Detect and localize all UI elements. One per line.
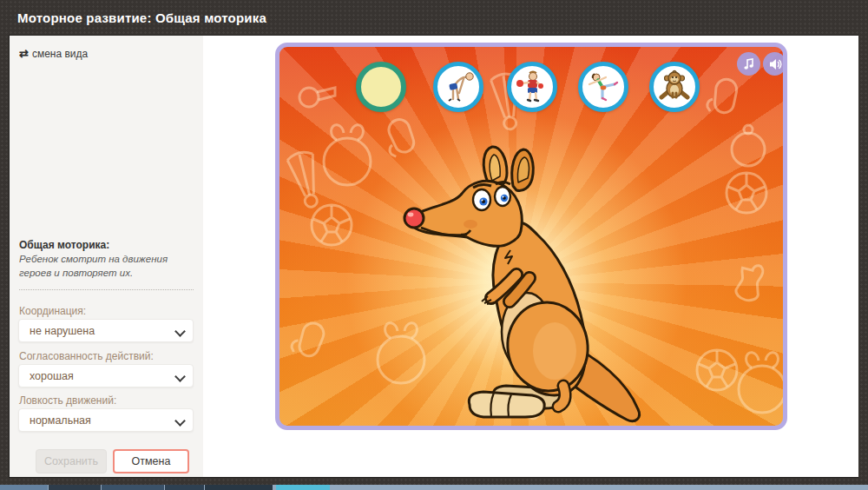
exercise-balance-icon bbox=[586, 70, 621, 104]
consistency-select[interactable]: хорошая bbox=[18, 364, 194, 387]
slot-exercise-boxer[interactable] bbox=[507, 62, 557, 112]
app-window: ⇄смена вида Общая моторика: Ребенок смот… bbox=[9, 35, 858, 478]
exercise-toe-touch-icon bbox=[441, 70, 476, 104]
main-area bbox=[203, 36, 858, 477]
section-description: Ребенок смотрит на движения героев и пов… bbox=[19, 253, 193, 280]
chevron-down-icon bbox=[174, 415, 186, 427]
speech-toggle-button[interactable] bbox=[763, 52, 786, 76]
kangaroo-illustration bbox=[382, 144, 668, 430]
agility-value: нормальная bbox=[30, 414, 91, 427]
desktop: { "window": { "title": "Моторное развити… bbox=[0, 0, 868, 490]
agility-label: Ловкость движений: bbox=[19, 394, 116, 407]
speaker-icon bbox=[768, 57, 782, 71]
taskbar-button[interactable] bbox=[102, 485, 164, 490]
consistency-label: Согласованность действий: bbox=[19, 350, 154, 362]
taskbar-button[interactable] bbox=[0, 485, 48, 490]
swap-arrows-icon: ⇄ bbox=[19, 47, 29, 60]
game-board bbox=[275, 43, 787, 430]
sidebar: ⇄смена вида Общая моторика: Ребенок смот… bbox=[10, 36, 204, 477]
chevron-down-icon bbox=[174, 326, 186, 337]
slot-exercise-monkey[interactable] bbox=[649, 62, 700, 112]
taskbar-button-active[interactable] bbox=[276, 485, 330, 490]
section-title: Общая моторика: bbox=[19, 239, 109, 251]
cancel-button[interactable]: Отмена bbox=[113, 449, 189, 473]
consistency-value: хорошая bbox=[30, 370, 74, 382]
chevron-down-icon bbox=[174, 371, 186, 382]
save-button[interactable]: Сохранить bbox=[36, 449, 107, 473]
taskbar-button[interactable] bbox=[205, 485, 273, 490]
coordination-label: Координация: bbox=[19, 305, 86, 317]
agility-select[interactable]: нормальная bbox=[18, 408, 194, 432]
slot-exercise-balance[interactable] bbox=[578, 62, 628, 112]
taskbar-button[interactable] bbox=[49, 485, 101, 490]
exercise-boxer-icon bbox=[515, 70, 549, 104]
change-view-link[interactable]: ⇄смена вида bbox=[19, 47, 88, 60]
coordination-value: не нарушена bbox=[30, 325, 95, 337]
taskbar[interactable] bbox=[0, 485, 868, 490]
slot-exercise-toe-touch[interactable] bbox=[433, 62, 483, 112]
slot-empty-circle[interactable] bbox=[356, 62, 406, 112]
music-note-icon bbox=[742, 57, 756, 71]
page-title: Моторное развитие: Общая моторика bbox=[17, 10, 266, 25]
taskbar-button[interactable] bbox=[165, 485, 204, 490]
change-view-label: смена вида bbox=[32, 48, 88, 60]
music-toggle-button[interactable] bbox=[737, 52, 760, 76]
divider bbox=[19, 289, 194, 290]
coordination-select[interactable]: не нарушена bbox=[18, 319, 194, 342]
exercise-monkey-icon bbox=[656, 69, 693, 105]
